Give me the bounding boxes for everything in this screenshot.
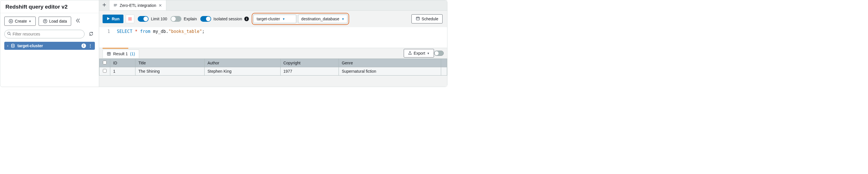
cell-id: 1 (110, 67, 135, 76)
column-header[interactable]: ID (110, 59, 135, 67)
stop-button[interactable] (126, 14, 134, 23)
editor-gutter: 1 (99, 27, 115, 48)
info-icon[interactable]: i (244, 17, 249, 21)
results-accent-bar (102, 48, 128, 49)
refresh-icon (89, 33, 94, 37)
sidebar-header: Redshift query editor v2 (0, 0, 99, 13)
script-icon (114, 3, 117, 7)
filter-row (0, 28, 99, 41)
main-panel: Zero-ETL integration ✕ Run Limit 100 Ex (99, 0, 447, 87)
caret-down-icon: ▼ (282, 18, 285, 21)
sidebar-collapse-button[interactable] (74, 17, 82, 26)
row-select-cell (99, 67, 110, 76)
limit-toggle[interactable] (138, 16, 149, 22)
explain-toggle-label: Explain (184, 17, 197, 21)
editor-tab[interactable]: Zero-ETL integration ✕ (110, 0, 166, 10)
run-button-label: Run (112, 17, 119, 21)
caret-down-icon: ▼ (29, 20, 31, 23)
result-tab[interactable]: Result 1 (1) (102, 50, 139, 58)
limit-toggle-group: Limit 100 (138, 16, 167, 22)
results-header-row: ID Title Author Copyright Genre (99, 59, 447, 67)
caret-down-icon: ▼ (341, 18, 344, 21)
calendar-icon (416, 16, 420, 22)
new-tab-button[interactable] (99, 0, 110, 10)
token-keyword: SELECT (117, 29, 132, 34)
explain-toggle-group: Explain (170, 16, 197, 22)
stop-icon (128, 17, 132, 21)
database-dropdown[interactable]: destination_database ▼ (298, 14, 347, 23)
database-dropdown-label: destination_database (301, 17, 339, 21)
cluster-dropdown[interactable]: target-cluster ▼ (253, 14, 296, 23)
select-all-checkbox[interactable] (103, 61, 106, 64)
tree-node-actions: i ⋮ (82, 44, 92, 48)
token-star: * (135, 29, 137, 34)
cell-spacer (441, 67, 447, 76)
info-icon[interactable]: i (82, 44, 86, 48)
schedule-button[interactable]: Schedule (411, 14, 442, 24)
editor-tabbar: Zero-ETL integration ✕ (99, 0, 447, 10)
tree-node-label: target-cluster (18, 44, 79, 48)
results-view-toggle[interactable] (434, 51, 444, 56)
token-ident: my_db. (153, 29, 168, 34)
table-row[interactable]: 1 The Shining Stephen King 1977 Supernat… (99, 67, 447, 76)
table-icon (107, 52, 111, 56)
query-toolbar: Run Limit 100 Explain Isolated session i (99, 10, 447, 27)
filter-resources-input[interactable] (4, 30, 85, 38)
limit-toggle-label: Limit 100 (151, 17, 167, 21)
svg-rect-5 (107, 52, 111, 55)
create-button-label: Create (15, 19, 27, 24)
results-header: Result 1 (1) Export ▼ (99, 48, 447, 59)
select-all-cell (99, 59, 110, 67)
column-header[interactable]: Copyright (280, 59, 339, 67)
explain-toggle[interactable] (170, 16, 181, 22)
close-icon[interactable]: ✕ (159, 3, 162, 8)
app-title: Redshift query editor v2 (5, 4, 94, 10)
sql-editor[interactable]: 1 SELECT * from my_db."books_table"; (99, 27, 447, 48)
cell-author: Stephen King (205, 67, 280, 76)
line-number: 1 (101, 29, 110, 34)
schedule-button-label: Schedule (422, 17, 438, 21)
cell-title: The Shining (135, 67, 205, 76)
run-button[interactable]: Run (102, 14, 123, 23)
cluster-dropdown-label: target-cluster (256, 17, 280, 21)
isolated-toggle-label: Isolated session (213, 17, 242, 21)
tree-node-target-cluster[interactable]: › target-cluster i ⋮ (4, 42, 95, 50)
result-row-count: (1) (130, 52, 135, 56)
resource-tree: › target-cluster i ⋮ (0, 41, 99, 50)
token-semi: ; (202, 29, 205, 34)
column-spacer (441, 59, 447, 67)
editor-code[interactable]: SELECT * from my_db."books_table"; (115, 27, 207, 48)
plus-circle-icon (8, 19, 13, 24)
column-header[interactable]: Author (205, 59, 280, 67)
export-icon (408, 51, 412, 56)
play-icon (106, 17, 110, 21)
isolated-toggle[interactable] (200, 16, 211, 22)
export-button-label: Export (414, 51, 425, 56)
load-data-button[interactable]: Load data (38, 17, 71, 26)
isolated-toggle-group: Isolated session i (200, 16, 249, 22)
chevron-double-left-icon (75, 19, 80, 24)
token-string: "books_table" (168, 29, 202, 34)
cell-genre: Supernatural fiction (339, 67, 441, 76)
export-button[interactable]: Export ▼ (404, 49, 434, 58)
refresh-button[interactable] (87, 30, 95, 38)
upload-icon (43, 19, 48, 24)
cell-copyright: 1977 (280, 67, 339, 76)
result-tab-label: Result 1 (113, 52, 128, 56)
load-data-button-label: Load data (49, 19, 67, 24)
search-icon (7, 32, 11, 37)
caret-down-icon: ▼ (427, 52, 430, 55)
sidebar-toolbar: Create ▼ Load data (0, 13, 99, 28)
sidebar: Redshift query editor v2 Create ▼ Load d… (0, 0, 99, 87)
kebab-icon[interactable]: ⋮ (88, 44, 92, 48)
connection-highlight: target-cluster ▼ destination_database ▼ (252, 13, 349, 25)
column-header[interactable]: Genre (339, 59, 441, 67)
row-select-checkbox[interactable] (103, 69, 106, 73)
chevron-right-icon: › (7, 44, 8, 48)
editor-tab-label: Zero-ETL integration (120, 3, 156, 8)
column-header[interactable]: Title (135, 59, 205, 67)
plus-icon (102, 3, 106, 8)
results-grid: ID Title Author Copyright Genre 1 The Sh… (99, 59, 447, 76)
svg-rect-4 (416, 17, 420, 20)
create-button[interactable]: Create ▼ (4, 17, 36, 26)
